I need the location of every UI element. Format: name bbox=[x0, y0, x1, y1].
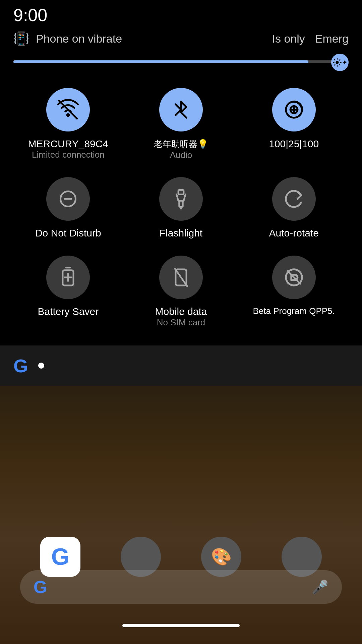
brightness-thumb[interactable] bbox=[331, 54, 349, 71]
dnd-icon-circle[interactable] bbox=[46, 177, 90, 221]
google-g-letter: G bbox=[13, 355, 28, 377]
flashlight-icon-circle[interactable] bbox=[159, 177, 203, 221]
tile-beta[interactable]: Beta Program QPP5. bbox=[239, 249, 349, 334]
bluetooth-label: 老年助听器💡 Audio bbox=[154, 138, 208, 160]
svg-rect-8 bbox=[178, 190, 184, 194]
tile-flashlight[interactable]: Flashlight bbox=[126, 170, 236, 246]
svg-point-0 bbox=[336, 61, 339, 64]
autorotate-label: Auto-rotate bbox=[269, 227, 318, 239]
google-dot bbox=[38, 363, 44, 369]
wifi-label: MERCURY_89C4 Limited connection bbox=[28, 138, 109, 160]
tile-wifi[interactable]: MERCURY_89C4 Limited connection bbox=[13, 81, 123, 167]
is-only-label: Is only bbox=[272, 32, 305, 45]
bluetooth-icon-circle[interactable] bbox=[159, 88, 203, 131]
quick-tiles-grid: MERCURY_89C4 Limited connection 老年助听器💡 A… bbox=[0, 74, 362, 341]
notif-right: Is only Emerg bbox=[272, 32, 349, 45]
emerg-label: Emerg bbox=[315, 32, 349, 45]
data-saver-icon-circle[interactable] bbox=[272, 88, 316, 131]
status-time: 9:00 bbox=[13, 5, 47, 25]
brightness-fill bbox=[13, 60, 308, 63]
dock-area: G 🎨 G 🎤 bbox=[0, 382, 362, 644]
brightness-slider[interactable] bbox=[13, 60, 349, 64]
tile-battery-saver[interactable]: Battery Saver bbox=[13, 249, 123, 334]
battery-saver-label: Battery Saver bbox=[38, 306, 99, 317]
notif-left: 📳 Phone on vibrate bbox=[13, 31, 122, 46]
beta-label: Beta Program QPP5. bbox=[253, 306, 335, 316]
svg-line-16 bbox=[175, 268, 187, 286]
nav-indicator bbox=[122, 624, 240, 627]
beta-icon-circle[interactable] bbox=[272, 256, 316, 299]
dnd-label: Do Not Disturb bbox=[35, 227, 101, 239]
brightness-track bbox=[13, 60, 349, 63]
battery-saver-icon-circle[interactable] bbox=[46, 256, 90, 299]
tile-dnd[interactable]: Do Not Disturb bbox=[13, 170, 123, 246]
svg-point-1 bbox=[67, 114, 69, 116]
notification-strip: 📳 Phone on vibrate Is only Emerg bbox=[0, 27, 362, 50]
vibrate-icon: 📳 bbox=[13, 31, 29, 46]
wifi-icon-circle[interactable] bbox=[46, 88, 90, 131]
google-search-bar[interactable]: G 🎤 bbox=[20, 570, 342, 604]
data-saver-label: 100|25|100 bbox=[269, 138, 319, 150]
autorotate-icon-circle[interactable] bbox=[272, 177, 316, 221]
tile-bluetooth[interactable]: 老年助听器💡 Audio bbox=[126, 81, 236, 167]
tile-mobile-data[interactable]: Mobile data No SIM card bbox=[126, 249, 236, 334]
brightness-row[interactable] bbox=[0, 50, 362, 74]
mobile-data-label: Mobile data No SIM card bbox=[155, 306, 207, 328]
flashlight-label: Flashlight bbox=[160, 227, 202, 239]
vibrate-label: Phone on vibrate bbox=[36, 32, 122, 45]
svg-rect-9 bbox=[179, 201, 183, 207]
svg-line-3 bbox=[181, 112, 186, 118]
google-bar[interactable]: G bbox=[0, 345, 362, 386]
tile-data-saver[interactable]: 100|25|100 bbox=[239, 81, 349, 167]
mobile-data-icon-circle[interactable] bbox=[159, 256, 203, 299]
status-bar: 9:00 bbox=[0, 0, 362, 27]
tile-autorotate[interactable]: Auto-rotate bbox=[239, 170, 349, 246]
quick-settings-panel: 9:00 📳 Phone on vibrate Is only Emerg bbox=[0, 0, 362, 386]
